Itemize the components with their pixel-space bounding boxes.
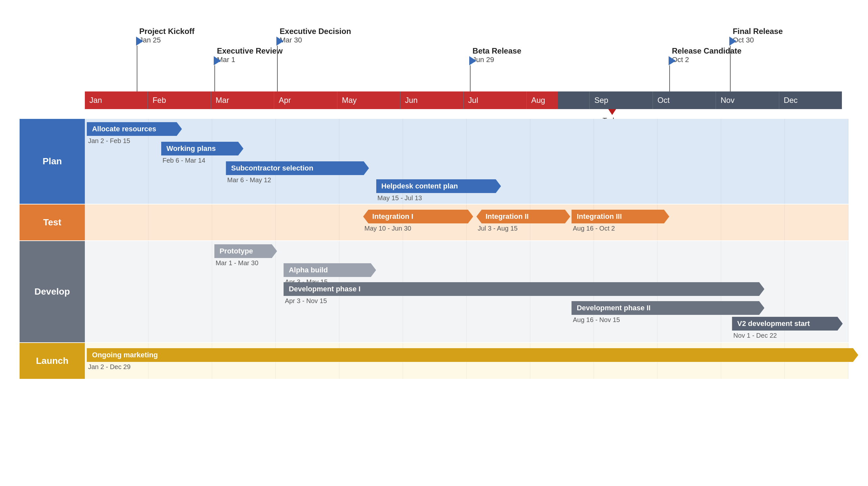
milestone-title: Executive Decision xyxy=(280,27,351,36)
timeline-header: JanFebMarAprMayJunJulAugSepOctNovDec xyxy=(85,91,842,109)
bar-wrapper-integration-1: Integration IMay 10 - Jun 30 xyxy=(363,210,473,232)
bar-wrapper-helpdesk: Helpdesk content planMay 15 - Jul 13 xyxy=(376,179,501,202)
bar-wrapper-integration-2: Integration IIJul 3 - Aug 15 xyxy=(476,210,570,232)
flag-icon xyxy=(276,36,284,46)
bar-wrapper-working-plans: Working plansFeb 6 - Mar 14 xyxy=(161,142,243,164)
flag-icon xyxy=(469,56,476,65)
bar-alpha-build: Alpha build xyxy=(284,263,376,277)
milestones-area: Project Kickoff Jan 25 Executive Review … xyxy=(85,13,842,91)
bar-date-prototype: Mar 1 - Mar 30 xyxy=(214,259,277,267)
bar-date-integration-1: May 10 - Jun 30 xyxy=(363,225,473,232)
bar-v2-dev: V2 development start xyxy=(732,317,842,331)
milestone-title: Beta Release xyxy=(472,47,521,56)
flag-icon xyxy=(729,36,737,46)
month-cell-may: May xyxy=(337,91,400,109)
bar-date-subcontractor: Mar 6 - May 12 xyxy=(226,176,369,184)
row-label-plan: Plan xyxy=(20,119,85,204)
bar-wrapper-ongoing-marketing: Ongoing marketingJan 2 - Dec 29 xyxy=(87,348,858,371)
today-row: Today xyxy=(85,109,842,119)
bar-prototype: Prototype xyxy=(214,244,277,258)
bar-helpdesk: Helpdesk content plan xyxy=(376,179,501,193)
milestone-date: Mar 1 xyxy=(217,56,283,64)
row-content-develop: PrototypeMar 1 - Mar 30Alpha buildApr 3 … xyxy=(85,241,848,342)
flag-icon xyxy=(669,56,676,65)
gantt-row-plan: PlanAllocate resourcesJan 2 - Feb 15Work… xyxy=(20,119,848,204)
month-cell-jun: Jun xyxy=(400,91,463,109)
bar-wrapper-prototype: PrototypeMar 1 - Mar 30 xyxy=(214,244,277,267)
bar-integration-3: Integration III xyxy=(571,210,669,223)
month-cell-feb: Feb xyxy=(148,91,211,109)
bar-date-helpdesk: May 15 - Jul 13 xyxy=(376,194,501,202)
month-cell-nov: Nov xyxy=(716,91,779,109)
milestone-title: Executive Review xyxy=(217,47,283,56)
gantt-row-launch: LaunchOngoing marketingJan 2 - Dec 29 xyxy=(20,343,848,379)
today-triangle xyxy=(608,109,616,115)
bar-date-v2-dev: Nov 1 - Dec 22 xyxy=(732,332,842,339)
bar-date-integration-2: Jul 3 - Aug 15 xyxy=(476,225,570,232)
bar-date-integration-3: Aug 16 - Oct 2 xyxy=(571,225,669,232)
bar-wrapper-integration-3: Integration IIIAug 16 - Oct 2 xyxy=(571,210,669,232)
milestone-title: Final Release xyxy=(733,27,782,36)
month-cell-jul: Jul xyxy=(464,91,527,109)
bar-subcontractor: Subcontractor selection xyxy=(226,161,369,175)
bar-ongoing-marketing: Ongoing marketing xyxy=(87,348,858,362)
milestone-title: Release Candidate xyxy=(672,47,741,56)
row-label-develop: Develop xyxy=(20,241,85,342)
month-cell-aug: Aug xyxy=(527,91,590,109)
row-label-test: Test xyxy=(20,204,85,240)
bar-integration-1: Integration I xyxy=(363,210,473,223)
bar-dev-phase-2: Development phase II xyxy=(571,301,764,315)
month-cell-oct: Oct xyxy=(653,91,716,109)
bar-wrapper-allocate: Allocate resourcesJan 2 - Feb 15 xyxy=(87,122,182,145)
row-content-test: Integration IMay 10 - Jun 30Integration … xyxy=(85,204,848,240)
flag-icon xyxy=(136,36,143,46)
milestone-date: Mar 30 xyxy=(280,36,351,45)
bar-date-ongoing-marketing: Jan 2 - Dec 29 xyxy=(87,363,858,371)
month-cell-jan: Jan xyxy=(85,91,148,109)
bar-allocate: Allocate resources xyxy=(87,122,182,136)
gantt-rows: PlanAllocate resourcesJan 2 - Feb 15Work… xyxy=(20,119,848,379)
row-content-launch: Ongoing marketingJan 2 - Dec 29 xyxy=(85,343,848,379)
month-cell-sep: Sep xyxy=(590,91,653,109)
flag-icon xyxy=(214,56,221,65)
milestone-date: Oct 30 xyxy=(733,36,782,45)
month-cell-apr: Apr xyxy=(274,91,337,109)
row-content-plan: Allocate resourcesJan 2 - Feb 15Working … xyxy=(85,119,848,204)
gantt-row-develop: DevelopPrototypeMar 1 - Mar 30Alpha buil… xyxy=(20,241,848,342)
month-cell-mar: Mar xyxy=(211,91,274,109)
bar-dev-phase-1: Development phase I xyxy=(284,282,765,296)
milestone-title: Project Kickoff xyxy=(140,27,194,36)
milestone-date: Jun 29 xyxy=(472,56,521,64)
bar-wrapper-v2-dev: V2 development startNov 1 - Dec 22 xyxy=(732,317,842,339)
row-label-launch: Launch xyxy=(20,343,85,379)
bar-working-plans: Working plans xyxy=(161,142,243,155)
bar-integration-2: Integration II xyxy=(476,210,570,223)
milestone-date: Jan 25 xyxy=(140,36,194,45)
milestone-date: Oct 2 xyxy=(672,56,741,64)
bar-wrapper-subcontractor: Subcontractor selectionMar 6 - May 12 xyxy=(226,161,369,184)
chart-container: Project Kickoff Jan 25 Executive Review … xyxy=(0,0,868,399)
month-cell-dec: Dec xyxy=(779,91,842,109)
gantt-row-test: TestIntegration IMay 10 - Jun 30Integrat… xyxy=(20,204,848,240)
